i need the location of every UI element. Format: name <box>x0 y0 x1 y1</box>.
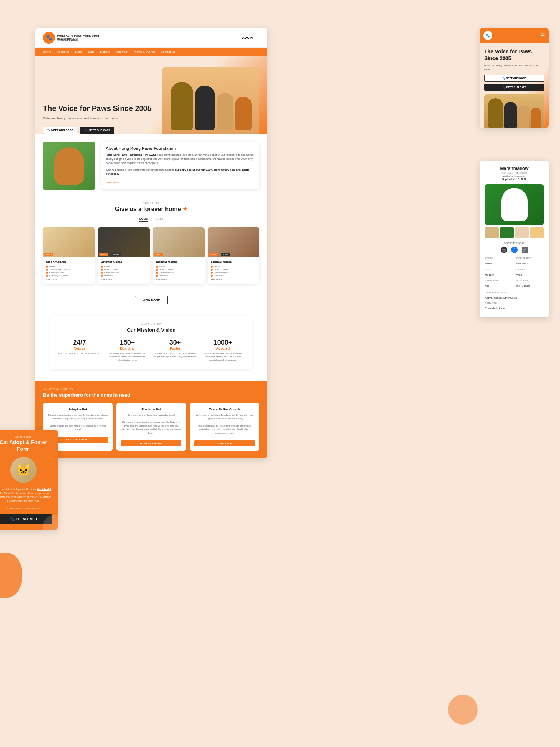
paw-icon: 🐾 <box>10 517 15 521</box>
meet-dogs-button[interactable]: 🐾 MEET OUR DOGS <box>43 127 77 134</box>
stat-boarding: 150+ Boarding We run our own dogs & cats… <box>106 339 149 362</box>
stat-number-adopted: 1000+ <box>201 339 245 347</box>
about-dog <box>54 147 84 185</box>
animal-card-3: Adopt Animal Name Breed DOB · Gender <box>153 227 205 284</box>
superhero-header: WHAT CAN YOU DO Be the superhero for the… <box>43 388 259 398</box>
remarks-detail-3: Remarks <box>156 275 202 277</box>
logo-icon: 🐾 <box>43 32 55 44</box>
detail-breed: BREED Mixed <box>485 257 513 266</box>
animal-photo-4: Adopt Foster <box>208 227 259 257</box>
mobile-hero-image <box>484 94 544 128</box>
thumb-3[interactable] <box>515 227 529 238</box>
nav-volunteer[interactable]: Volunteer <box>116 50 128 53</box>
about-text1: Hong Kong Paws Foundation (HKPAWS) is a … <box>106 153 255 165</box>
nav-about[interactable]: About Us <box>57 50 69 53</box>
logo: 🐾 Hong Kong Paws Foundation 香港流浪狗基金 <box>43 32 99 44</box>
about-text2: With no backing of large corporates or g… <box>106 168 255 176</box>
facebook-icon[interactable]: f <box>511 247 518 253</box>
blob-left <box>0 553 22 598</box>
stat-rescue: 24/7 Rescue Our volunteers go on rescue … <box>58 339 101 362</box>
foster-badge-4: Foster <box>221 253 230 256</box>
animal-photo-2: Adopt Foster <box>98 227 150 257</box>
mobile-logo: 🐾 <box>483 31 492 40</box>
dob-detail-2: DOB · Gender <box>101 269 147 271</box>
animal-info-2: Animal Name Breed DOB · Gender Character… <box>98 257 150 284</box>
animal-photo-1: Adopt <box>43 227 95 257</box>
detail-size: SIZE Medium <box>485 268 513 277</box>
char-detail-3: Characteristics <box>156 272 202 274</box>
tab-cats[interactable]: CATS <box>155 217 163 222</box>
hero-content: The Voice for Paws Since 2005 Giving our… <box>43 103 162 134</box>
dob-detail-1: 1 month old · Female <box>46 269 92 271</box>
m-cat1 <box>518 106 529 128</box>
mission-section: WHAT WE DO Our Mission & Vision 24/7 Res… <box>50 316 252 369</box>
detail-colour: COLOUR White <box>516 268 544 277</box>
link-icon[interactable]: 🔗 <box>522 247 528 253</box>
stat-label-adopted: Adopted <box>201 347 245 350</box>
nav-cats[interactable]: Cats <box>88 50 94 53</box>
detail-characteristics: CHARACTERISTICS Active, friendly, advent… <box>485 291 544 300</box>
about-content: About Hong Kong Paws Foundation Hong Kon… <box>101 142 259 189</box>
see-more-link-1[interactable]: See More <box>46 278 92 281</box>
donate-card-title: Every Dollar Counts <box>194 407 255 411</box>
profile-thumbnails <box>485 227 544 238</box>
foster-card-title: Foster a Pet <box>121 407 182 411</box>
breed-detail-3: Breed <box>156 266 202 268</box>
hero-buttons: 🐾 MEET OUR DOGS 🐾 MEET OUR CATS <box>43 127 162 134</box>
foster-badge-2: Foster <box>111 253 121 256</box>
mobile-hero-body: The Voice for Paws Since 2005 Giving our… <box>480 43 549 128</box>
m-cat2 <box>531 108 541 128</box>
main-website: 🐾 Hong Kong Paws Foundation 香港流浪狗基金 ADOP… <box>35 28 267 458</box>
see-more-link-3[interactable]: See More <box>156 278 202 281</box>
stats-grid: 24/7 Rescue Our volunteers go on rescue … <box>58 339 245 362</box>
animal-group <box>167 67 255 134</box>
about-image <box>43 142 95 190</box>
nav-home[interactable]: Home <box>43 50 51 53</box>
hero-subtitle: Giving our lovely rescues a second chanc… <box>43 116 162 121</box>
mobile-meet-dogs-btn[interactable]: 🐾 MEET OUR DOGS <box>484 75 544 82</box>
what-can-label: WHAT CAN YOU DO <box>43 388 259 391</box>
m-dog1 <box>488 98 503 128</box>
hero-image <box>162 67 259 134</box>
superhero-section: WHAT CAN YOU DO Be the superhero for the… <box>35 381 267 458</box>
adopt-button[interactable]: ADOPT <box>237 34 260 41</box>
adopt-badge-4: Adopt <box>209 253 218 256</box>
mobile-meet-cats-btn[interactable]: 🐾 MEET OUR CATS <box>484 84 544 91</box>
meet-cats-button[interactable]: 🐾 MEET OUR CATS <box>80 127 114 134</box>
thumb-2[interactable] <box>500 227 514 238</box>
learn-more-link[interactable]: Learn More <box>106 181 119 184</box>
nav-dogs[interactable]: Dogs <box>75 50 82 53</box>
breed-detail-2: Breed <box>101 266 147 268</box>
about-title: About Hong Kong Paws Foundation <box>106 146 255 151</box>
stat-label-foster: Foster <box>153 347 197 350</box>
instagram-icon[interactable]: 📷 <box>501 247 507 253</box>
detail-dob: DATE OF BIRTH June 2022 <box>516 257 544 266</box>
thumb-4[interactable] <box>530 227 544 238</box>
mission-wrapper: WHAT WE DO Our Mission & Vision 24/7 Res… <box>35 312 267 381</box>
spread-word-label: Spread the Word: <box>485 242 544 244</box>
animal-card-4: Adopt Foster Animal Name Breed DOB · Gen… <box>208 227 259 284</box>
nav-contact[interactable]: Contact Us <box>161 50 175 53</box>
animal-card-2: Adopt Foster Animal Name Breed DOB · Gen… <box>98 227 150 284</box>
foster-animal-button[interactable]: FOSTER AN ANIMAL <box>121 440 182 446</box>
profile-waiting-label: Waiting for home since <box>485 175 544 177</box>
dog2-silhouette <box>195 86 215 130</box>
thumb-1[interactable] <box>485 227 499 238</box>
profile-ref: Ref Number · D13092022 <box>485 172 544 174</box>
stat-foster: 30+ Foster We rely on a community of fos… <box>153 339 197 362</box>
nav-news[interactable]: News & Events <box>134 50 155 53</box>
hamburger-icon[interactable]: ☰ <box>540 32 545 38</box>
tab-dogs[interactable]: DOGS <box>139 217 148 222</box>
see-more-link-4[interactable]: See More <box>211 278 256 281</box>
foster-section-label: Adopt / Foster <box>0 436 52 438</box>
site-header: 🐾 Hong Kong Paws Foundation 香港流浪狗基金 ADOP… <box>35 28 267 48</box>
see-more-link-2[interactable]: See More <box>101 278 147 281</box>
donate-card-text: We're seeing more abandoned pets in HK -… <box>194 413 255 435</box>
donate-button[interactable]: DONATE NOW <box>194 440 255 446</box>
view-more-button[interactable]: VIEW MORE <box>135 296 168 304</box>
cat1-silhouette <box>217 93 233 130</box>
m-dog2 <box>504 102 517 128</box>
animal-name-2: Animal Name <box>101 260 147 264</box>
nav-donate[interactable]: Donate <box>100 50 110 53</box>
white-dog <box>501 188 528 221</box>
